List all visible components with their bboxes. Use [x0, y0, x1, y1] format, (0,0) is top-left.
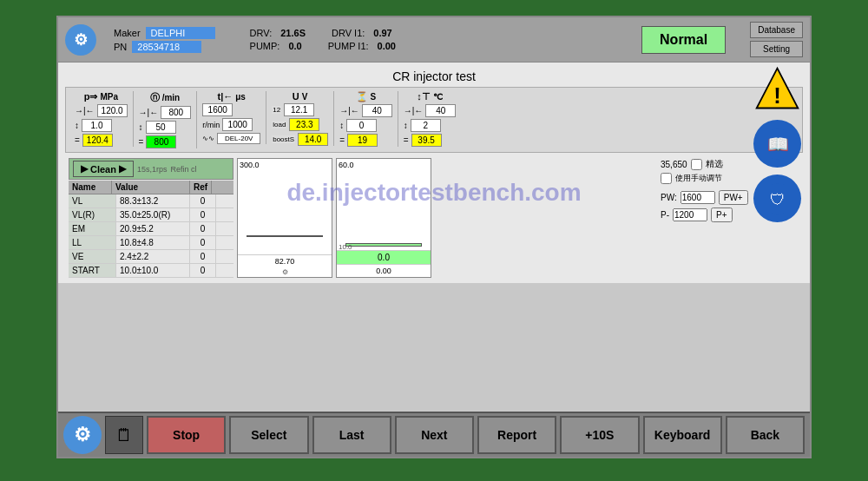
- database-button[interactable]: Database: [750, 22, 803, 38]
- right-val: 35,650: [661, 160, 687, 169]
- warning-svg: !: [753, 65, 801, 113]
- temp-val2: 2: [411, 119, 441, 132]
- loading-indicator: ⚙: [238, 267, 332, 277]
- temp-val3: 39.5: [411, 134, 442, 147]
- charts-area: 300.0 82.70 ⚙ 60.0 10.0 0.0 0.00: [237, 158, 657, 278]
- chart-top-label2: 60.0: [339, 161, 354, 169]
- manual-read-icon: 📖: [753, 120, 801, 168]
- u-val1: 12.1: [284, 103, 314, 116]
- pump-i1-value: 0.00: [378, 41, 396, 51]
- n-unit: /min: [162, 93, 181, 102]
- p-val2: 1.0: [82, 119, 112, 132]
- toolbar-logo: ⚙: [63, 416, 102, 454]
- checkbox-fine-label: 精选: [706, 158, 723, 170]
- row-value: 20.9±5.2: [116, 222, 190, 235]
- t-mode: ∿∿: [202, 135, 214, 142]
- p-val3: 120.4: [82, 134, 113, 147]
- drv-i1-value: 0.97: [373, 28, 391, 38]
- table-row: START 10.0±10.0 0: [69, 264, 233, 278]
- col-name-header: Name: [69, 181, 112, 194]
- row-value: 2.4±2.2: [116, 250, 190, 263]
- chart-top-label: 300.0: [240, 161, 260, 169]
- checkbox-manual-label: 使用手动调节: [675, 173, 722, 184]
- svg-text:📖: 📖: [766, 134, 788, 155]
- n-val1: 800: [161, 106, 191, 119]
- report-button[interactable]: Report: [477, 416, 556, 454]
- pn-value: 28534718: [132, 41, 201, 53]
- select-button[interactable]: Select: [229, 416, 308, 454]
- t-unit: μs: [235, 92, 246, 102]
- s-arrow2: ↕: [339, 121, 344, 130]
- p-unit: MPa: [100, 92, 118, 102]
- last-button[interactable]: Last: [312, 416, 391, 454]
- u-unit: V: [302, 92, 308, 102]
- toolbar-file-icon[interactable]: 🗒: [105, 416, 143, 454]
- p-plus-button[interactable]: P+: [711, 208, 733, 222]
- p-arrow1: →|←: [75, 106, 95, 115]
- n-eq: =: [139, 137, 144, 147]
- chart-mid-value: 0.0: [337, 250, 431, 264]
- row-ref: 0: [190, 250, 216, 263]
- maker-label: Maker: [114, 28, 141, 38]
- back-button[interactable]: Back: [726, 416, 805, 454]
- u-label1: 12: [272, 106, 281, 114]
- pump-value: 0.0: [288, 41, 301, 51]
- keyboard-button[interactable]: Keyboard: [643, 416, 722, 454]
- stop-button[interactable]: Stop: [147, 416, 226, 454]
- pw-input[interactable]: [681, 191, 715, 204]
- row-ref: 0: [190, 236, 216, 249]
- row-name: EM: [69, 222, 116, 235]
- param-u: U V 12 12.1 load 23.3 boostS 14.0: [266, 91, 334, 146]
- u-icon: U: [293, 91, 299, 102]
- next-button[interactable]: Next: [395, 416, 474, 454]
- param-n: ⓝ /min →|← 800 ↕ 50 = 800: [134, 91, 198, 148]
- s-val3: 19: [347, 134, 378, 147]
- s-icon: ⏳: [356, 91, 368, 102]
- param-t: t|← μs 1600 r/min 1000 ∿∿ DEL-20V: [197, 91, 266, 144]
- table-row: LL 10.8±4.8 0: [69, 236, 233, 250]
- row-name: VL: [69, 194, 116, 208]
- pw-label: PW:: [661, 193, 677, 202]
- row-value: 10.0±10.0: [116, 264, 190, 277]
- param-s: ⏳ S →|← 40 ↕ 0 = 19: [334, 91, 398, 147]
- maker-section: Maker DELPHI PN 28534718: [114, 27, 215, 53]
- plus10s-button[interactable]: +10S: [560, 416, 639, 454]
- chart-bottom-val2: 0.00: [337, 264, 431, 277]
- s-val1: 40: [362, 104, 392, 117]
- chart-bars2: [337, 159, 431, 250]
- clean-button[interactable]: ▶ Clean ▶: [73, 161, 134, 177]
- t-val2: 1000: [222, 118, 253, 131]
- temp-eq: =: [404, 135, 409, 145]
- p-input[interactable]: [673, 208, 707, 221]
- setting-button[interactable]: Setting: [750, 41, 803, 57]
- checkbox-fine[interactable]: [691, 159, 702, 170]
- side-buttons: Database Setting: [750, 22, 803, 57]
- s-unit: S: [371, 92, 377, 102]
- col-val-header: Value: [112, 181, 190, 194]
- checkbox-manual[interactable]: [661, 173, 672, 184]
- n-arrow1: →|←: [139, 108, 159, 117]
- table-row: VL(R) 35.0±25.0(R) 0: [69, 208, 233, 222]
- p-icon: p⇒: [84, 91, 98, 102]
- test-table-header: Name Value Ref: [69, 181, 233, 194]
- chart-bars: [238, 159, 332, 254]
- test-section: ▶ Clean ▶ 15s,1rps Refin cl Name Value R…: [65, 156, 803, 280]
- drv-section: DRV: 21.6S DRV I1: 0.97 PUMP: 0.0 PUMP I…: [250, 28, 396, 51]
- page-title: CR injector test: [65, 66, 803, 87]
- clean-row: ▶ Clean ▶ 15s,1rps Refin cl: [69, 158, 233, 180]
- n-arrow2: ↕: [139, 122, 143, 132]
- temp-icon: ↕⊤: [417, 91, 431, 102]
- param-p: p⇒ MPa →|← 120.0 ↕ 1.0 = 120.4: [69, 91, 134, 147]
- row-name: VL(R): [69, 208, 116, 221]
- table-row: VL 88.3±13.2 0: [69, 194, 233, 208]
- warning-icon: !: [753, 65, 801, 113]
- svg-text:!: !: [773, 83, 781, 108]
- row-ref: 0: [190, 208, 216, 221]
- bar: [247, 235, 323, 237]
- clean-desc: 15s,1rps: [137, 165, 168, 174]
- chart-bottom-val: 82.70: [238, 254, 332, 267]
- pw-plus-button[interactable]: PW+: [719, 190, 748, 205]
- bar-chart-right: 60.0 10.0 0.0 0.00: [336, 158, 431, 278]
- params-row: p⇒ MPa →|← 120.0 ↕ 1.0 = 120.4: [65, 87, 803, 153]
- t-rpm: r/min: [202, 121, 220, 129]
